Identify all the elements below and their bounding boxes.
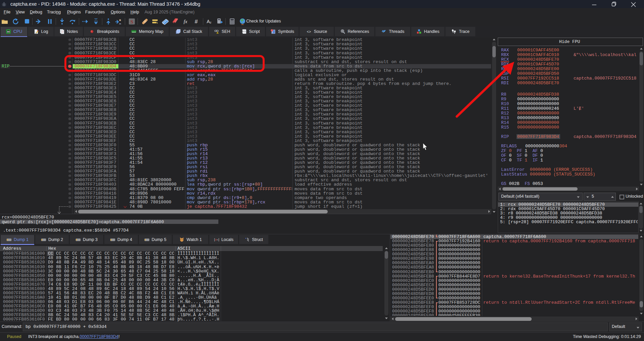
svg-text:[x=]: [x=] [214, 238, 219, 241]
svg-text:64: 64 [7, 31, 10, 33]
svg-text:z: z [210, 21, 212, 24]
svg-text:<>: <> [307, 30, 311, 34]
svg-text:#: # [195, 19, 198, 25]
svg-text:!: ! [217, 32, 218, 34]
svg-text:<>: <> [243, 30, 246, 33]
svg-text:S: S [130, 19, 133, 25]
svg-text:fx: fx [184, 19, 187, 24]
